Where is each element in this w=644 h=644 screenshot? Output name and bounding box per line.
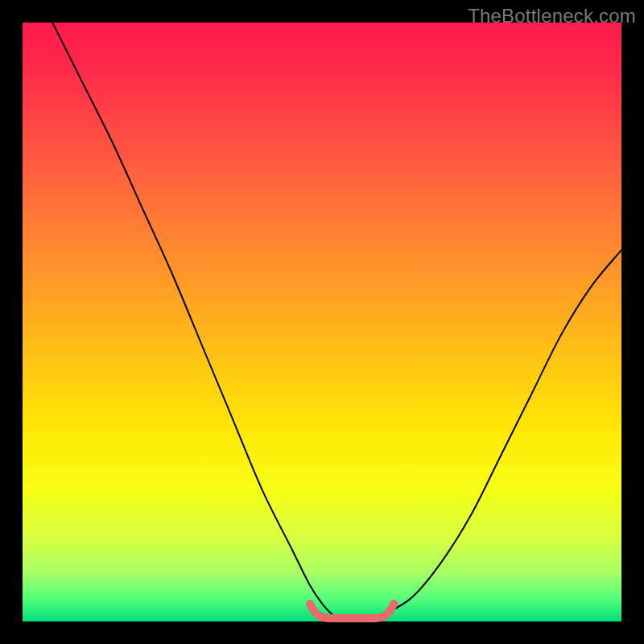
chart-svg <box>23 23 621 621</box>
valley-highlight <box>310 604 394 618</box>
watermark-text: TheBottleneck.com <box>468 5 636 27</box>
plot-area <box>23 23 621 621</box>
bottleneck-curve <box>52 23 621 622</box>
chart-frame: TheBottleneck.com <box>0 0 644 644</box>
